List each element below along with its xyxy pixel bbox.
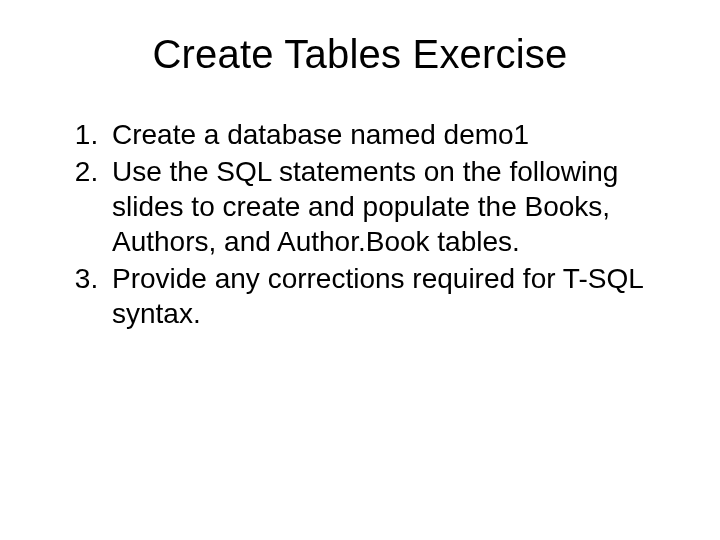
list-item: Provide any corrections required for T-S… bbox=[106, 261, 660, 331]
slide: Create Tables Exercise Create a database… bbox=[0, 0, 720, 540]
list-item: Create a database named demo1 bbox=[106, 117, 660, 152]
list-item: Use the SQL statements on the following … bbox=[106, 154, 660, 259]
exercise-list: Create a database named demo1 Use the SQ… bbox=[60, 117, 660, 331]
slide-title: Create Tables Exercise bbox=[60, 32, 660, 77]
